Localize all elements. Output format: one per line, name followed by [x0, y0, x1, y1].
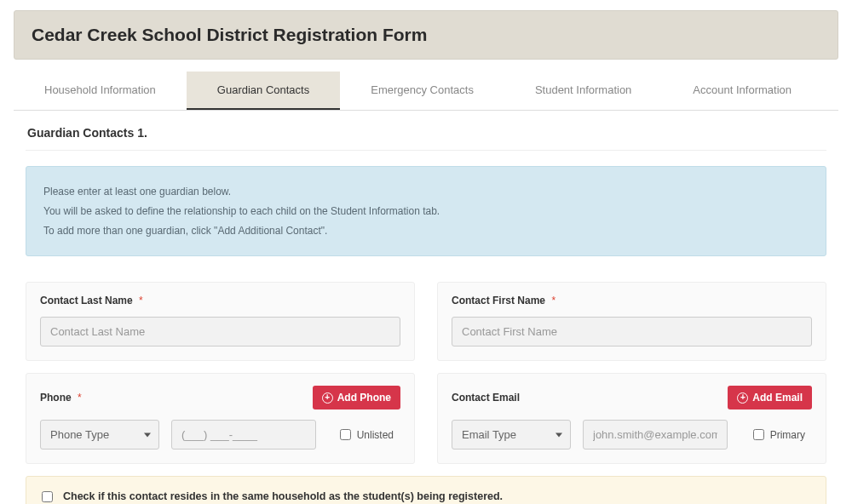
required-marker: * [78, 392, 82, 404]
email-label: Contact Email + Add Email [452, 386, 812, 410]
tab-emergency-contacts[interactable]: Emergency Contacts [340, 72, 504, 110]
email-type-select[interactable]: Email Type [452, 420, 571, 450]
phone-type-select[interactable]: Phone Type [40, 420, 159, 450]
last-name-card: Contact Last Name * [26, 282, 415, 361]
phone-number-input[interactable] [171, 420, 316, 450]
last-name-label: Contact Last Name * [40, 295, 400, 306]
first-name-card: Contact First Name * [437, 282, 826, 361]
content-area: Please enter at least one guardian below… [14, 166, 838, 504]
chevron-down-icon [556, 432, 562, 437]
household-box: Check if this contact resides in the sam… [26, 476, 826, 504]
tab-bar: Household Information Guardian Contacts … [14, 72, 838, 111]
primary-checkbox-label[interactable]: Primary [753, 429, 805, 441]
required-marker: * [139, 295, 143, 306]
household-checkbox[interactable] [42, 491, 53, 502]
email-input[interactable] [583, 420, 728, 450]
plus-icon: + [322, 392, 333, 404]
household-label: Check if this contact resides in the sam… [63, 490, 503, 502]
phone-label: Phone * + Add Phone [40, 386, 400, 410]
page-header: Cedar Creek School District Registration… [14, 10, 838, 60]
info-line: To add more than one guardian, click "Ad… [43, 221, 809, 241]
first-name-label: Contact First Name * [452, 295, 812, 306]
required-marker: * [551, 295, 556, 306]
tab-guardian-contacts[interactable]: Guardian Contacts [187, 72, 340, 110]
first-name-input[interactable] [452, 317, 812, 346]
last-name-input[interactable] [40, 317, 400, 346]
unlisted-checkbox[interactable] [340, 429, 351, 440]
tab-household-info[interactable]: Household Information [14, 72, 187, 110]
unlisted-checkbox-label[interactable]: Unlisted [340, 429, 394, 441]
add-email-button[interactable]: + Add Email [728, 386, 812, 410]
email-card: Contact Email + Add Email Email Type Pri… [437, 373, 826, 464]
chevron-down-icon [144, 432, 151, 437]
info-box: Please enter at least one guardian below… [26, 166, 826, 256]
tab-account-info[interactable]: Account Information [662, 72, 822, 110]
info-line: You will be asked to define the relation… [43, 202, 809, 221]
primary-checkbox[interactable] [753, 429, 764, 440]
plus-icon: + [737, 392, 748, 404]
add-phone-button[interactable]: + Add Phone [313, 386, 400, 410]
section-title: Guardian Contacts 1. [26, 123, 826, 151]
phone-card: Phone * + Add Phone Phone Type Unlisted [26, 373, 415, 464]
info-line: Please enter at least one guardian below… [43, 182, 809, 202]
tab-student-info[interactable]: Student Information [504, 72, 662, 110]
page-title: Cedar Creek School District Registration… [32, 25, 820, 45]
